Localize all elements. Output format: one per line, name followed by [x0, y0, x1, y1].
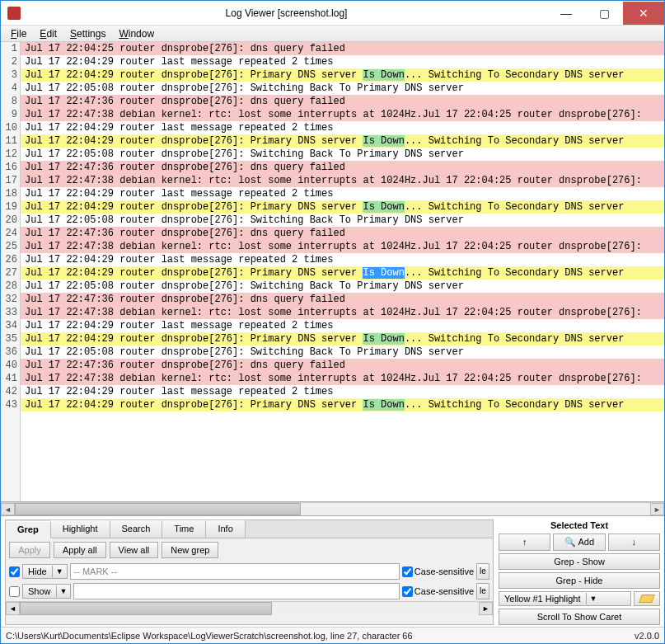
selected-text-title: Selected Text: [499, 519, 660, 531]
scroll-left-icon[interactable]: ◄: [6, 602, 20, 615]
highlight-span[interactable]: Is Down: [363, 201, 404, 213]
line-number: 11: [1, 134, 17, 148]
log-line[interactable]: Jul 17 22:04:29 router dnsprobe[276]: Pr…: [21, 398, 664, 411]
line-number: 3: [1, 68, 17, 82]
log-line[interactable]: Jul 17 22:04:29 router dnsprobe[276]: Pr…: [21, 134, 664, 148]
hide-mode-combo[interactable]: Hide ▼: [22, 564, 68, 579]
log-line[interactable]: Jul 17 22:05:08 router dnsprobe[276]: Sw…: [21, 280, 664, 293]
log-line[interactable]: Jul 17 22:05:08 router dnsprobe[276]: Sw…: [21, 148, 664, 161]
search-down-button[interactable]: ↓: [608, 534, 660, 551]
line-number: 36: [1, 346, 17, 359]
log-line[interactable]: Jul 17 22:04:29 router dnsprobe[276]: Pr…: [21, 68, 664, 82]
log-line[interactable]: Jul 17 22:47:36 router dnsprobe[276]: dn…: [21, 161, 664, 174]
apply-button[interactable]: Apply: [9, 542, 50, 558]
log-line[interactable]: Jul 17 22:04:29 router last message repe…: [21, 253, 664, 266]
log-line[interactable]: Jul 17 22:05:08 router dnsprobe[276]: Sw…: [21, 82, 664, 95]
scroll-left-icon[interactable]: ◄: [1, 503, 15, 515]
scroll-to-caret-button[interactable]: Scroll To Show Caret: [499, 609, 660, 625]
menu-settings[interactable]: Settings: [63, 26, 112, 41]
log-line[interactable]: Jul 17 22:04:25 router dnsprobe[276]: dn…: [21, 42, 664, 55]
log-line[interactable]: Jul 17 22:47:38 debian kernel: rtc: lost…: [21, 306, 664, 319]
highlight-span[interactable]: Is Down: [363, 333, 404, 345]
log-line[interactable]: Jul 17 22:47:36 router dnsprobe[276]: dn…: [21, 227, 664, 240]
scroll-track[interactable]: [15, 503, 650, 515]
tab-grep[interactable]: Grep: [6, 521, 51, 538]
maximize-button[interactable]: ▢: [585, 2, 623, 25]
tab-highlight[interactable]: Highlight: [51, 520, 110, 538]
scroll-right-icon[interactable]: ►: [479, 602, 493, 615]
line-number: 17: [1, 174, 17, 187]
show-checkbox[interactable]: [9, 586, 20, 597]
highlight-label: Yellow #1 Highlight: [499, 592, 586, 605]
log-line[interactable]: Jul 17 22:47:38 debian kernel: rtc: lost…: [21, 372, 664, 385]
titlebar[interactable]: Log Viewer [screenshot.log] — ▢ ✕: [1, 1, 664, 26]
highlight-span[interactable]: Is Down: [363, 69, 404, 81]
add-search-button[interactable]: 🔍 Add: [553, 534, 605, 551]
close-button[interactable]: ✕: [623, 2, 664, 25]
menu-window[interactable]: Window: [112, 26, 161, 41]
log-line[interactable]: Jul 17 22:47:36 router dnsprobe[276]: dn…: [21, 359, 664, 372]
menu-edit[interactable]: Edit: [33, 26, 63, 41]
scroll-thumb[interactable]: [15, 503, 301, 515]
log-line[interactable]: Jul 17 22:04:29 router dnsprobe[276]: Pr…: [21, 200, 664, 214]
view-all-button[interactable]: View all: [110, 542, 159, 558]
hide-pattern-input[interactable]: [70, 563, 400, 580]
log-line[interactable]: Jul 17 22:05:08 router dnsprobe[276]: Sw…: [21, 346, 664, 359]
log-lines[interactable]: Jul 17 22:04:25 router dnsprobe[276]: dn…: [21, 42, 664, 501]
cs-show-checkbox[interactable]: [402, 586, 413, 597]
log-line[interactable]: Jul 17 22:47:36 router dnsprobe[276]: dn…: [21, 95, 664, 108]
trailing-cut-hide[interactable]: le: [476, 563, 489, 580]
log-line[interactable]: Jul 17 22:04:29 router last message repe…: [21, 187, 664, 200]
log-line[interactable]: Jul 17 22:47:38 debian kernel: rtc: lost…: [21, 240, 664, 253]
line-number: 2: [1, 55, 17, 68]
log-line[interactable]: Jul 17 22:04:29 router last message repe…: [21, 319, 664, 332]
horizontal-scrollbar[interactable]: ◄ ►: [1, 502, 664, 516]
search-icon: 🔍: [564, 537, 576, 547]
log-line[interactable]: Jul 17 22:47:38 debian kernel: rtc: lost…: [21, 108, 664, 121]
case-sensitive-show[interactable]: Case-sensitive: [402, 586, 474, 597]
new-grep-button[interactable]: New grep: [162, 542, 218, 558]
case-sensitive-hide[interactable]: Case-sensitive: [402, 566, 474, 577]
scroll-right-icon[interactable]: ►: [650, 503, 664, 515]
chevron-down-icon[interactable]: ▼: [586, 593, 601, 604]
log-line[interactable]: Jul 17 22:47:38 debian kernel: rtc: lost…: [21, 174, 664, 187]
log-line[interactable]: Jul 17 22:04:29 router dnsprobe[276]: Pr…: [21, 332, 664, 346]
line-number: 42: [1, 385, 17, 398]
selected-text[interactable]: Is Down: [363, 267, 404, 279]
menu-file[interactable]: File: [4, 26, 33, 41]
highlight-span[interactable]: Is Down: [363, 399, 404, 411]
grep-show-button[interactable]: Grep - Show: [499, 553, 660, 570]
highlight-span[interactable]: Is Down: [363, 135, 404, 147]
log-line[interactable]: Jul 17 22:04:29 router dnsprobe[276]: Pr…: [21, 266, 664, 280]
cs-hide-checkbox[interactable]: [402, 566, 413, 577]
log-line[interactable]: Jul 17 22:04:29 router last message repe…: [21, 55, 664, 68]
log-line[interactable]: Jul 17 22:04:29 router last message repe…: [21, 385, 664, 398]
panel-hscroll[interactable]: ◄ ►: [6, 601, 493, 615]
tab-info[interactable]: Info: [206, 520, 245, 538]
log-line[interactable]: Jul 17 22:04:29 router last message repe…: [21, 121, 664, 134]
apply-all-button[interactable]: Apply all: [54, 542, 106, 558]
scroll-thumb[interactable]: [20, 602, 272, 615]
search-up-button[interactable]: ↑: [499, 534, 550, 551]
grep-hide-button[interactable]: Grep - Hide: [499, 572, 660, 589]
line-number: 8: [1, 95, 17, 108]
log-line[interactable]: Jul 17 22:05:08 router dnsprobe[276]: Sw…: [21, 214, 664, 227]
tab-search[interactable]: Search: [110, 520, 163, 538]
tab-time[interactable]: Time: [162, 520, 206, 538]
chevron-down-icon[interactable]: ▼: [52, 566, 67, 577]
hide-checkbox[interactable]: [9, 566, 20, 577]
minimize-button[interactable]: —: [547, 2, 585, 25]
version-label: v2.0.0: [635, 631, 659, 641]
log-line[interactable]: Jul 17 22:47:36 router dnsprobe[276]: dn…: [21, 293, 664, 306]
show-pattern-input[interactable]: [73, 583, 399, 599]
highlight-select[interactable]: Yellow #1 Highlight ▼: [499, 591, 631, 606]
line-number: 20: [1, 214, 17, 227]
line-number: 32: [1, 293, 17, 306]
eraser-button[interactable]: [634, 591, 660, 606]
line-number: 43: [1, 398, 17, 411]
hide-label: Hide: [23, 565, 52, 578]
show-mode-combo[interactable]: Show ▼: [22, 584, 71, 599]
window-title: Log Viewer [screenshot.log]: [26, 7, 547, 19]
trailing-cut-show[interactable]: le: [476, 583, 489, 599]
chevron-down-icon[interactable]: ▼: [56, 585, 71, 597]
